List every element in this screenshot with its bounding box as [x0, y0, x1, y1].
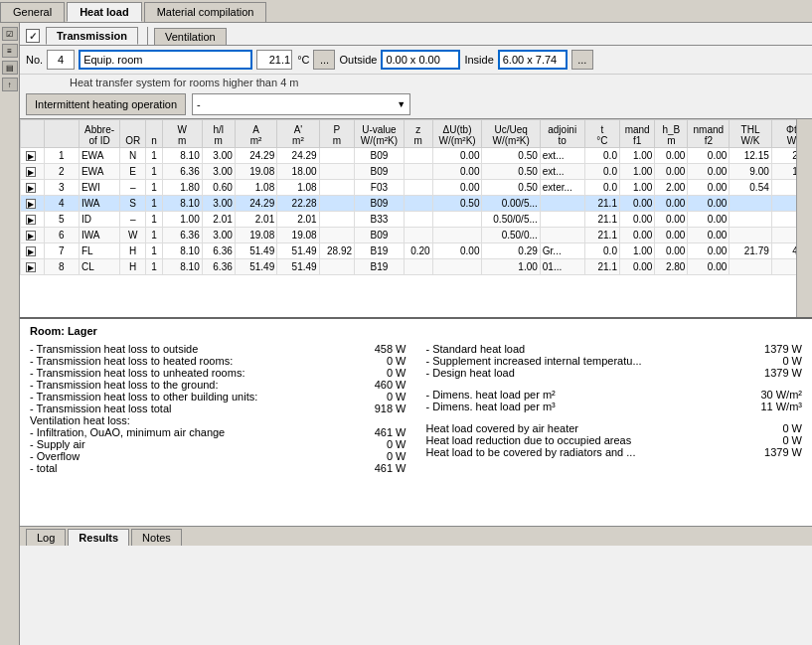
th-z: zm — [404, 120, 432, 148]
outside-input[interactable] — [381, 50, 460, 70]
summary-area: Room: Lager - Transmission heat loss to … — [20, 317, 812, 546]
summary-row: - total461 W — [30, 462, 406, 474]
summary-row: - Transmission heat loss to heated rooms… — [30, 355, 406, 367]
sidebar-icon-3[interactable]: ▤ — [2, 61, 18, 75]
expand-icon[interactable]: ▶ — [26, 246, 36, 256]
tab-results[interactable]: Results — [68, 529, 129, 546]
tab-general[interactable]: General — [0, 2, 65, 22]
summary-value: 0 W — [742, 422, 802, 434]
table-cell: ▶ — [21, 259, 45, 275]
table-cell: – — [120, 212, 146, 228]
summary-row: - Transmission heat loss to outside458 W — [30, 343, 406, 355]
sidebar-icon-4[interactable]: ↑ — [2, 78, 18, 91]
table-cell: 19.08 — [277, 228, 319, 243]
summary-label: - Supplement increased internal temperat… — [426, 355, 743, 367]
sidebar-icon-2[interactable]: ≡ — [2, 44, 18, 58]
summary-value: 1379 W — [742, 343, 802, 355]
table-cell: 1 — [146, 243, 163, 259]
inside-input[interactable] — [498, 50, 568, 70]
table-cell: 0.54 — [730, 180, 771, 196]
expand-icon[interactable]: ▶ — [26, 199, 36, 209]
table-cell: ext... — [540, 164, 584, 180]
table-cell — [432, 228, 482, 243]
table-cell: 18.00 — [277, 164, 319, 180]
tab-notes[interactable]: Notes — [131, 529, 182, 546]
temp-dots-btn[interactable]: ... — [313, 50, 335, 70]
table-row[interactable]: ▶2EWAE16.363.0019.0818.00B090.000.50ext.… — [21, 164, 812, 180]
table-container[interactable]: Abbre-of ID OR n Wm h/lm Am² A'm² Pm U-v… — [20, 118, 812, 317]
intermittent-select[interactable]: - ▼ — [192, 93, 410, 115]
th-uval: U-valueW/(m²K) — [355, 120, 405, 148]
table-cell: B19 — [355, 243, 405, 259]
table-row[interactable]: ▶3EWI–11.800.601.081.08F030.000.50exter.… — [21, 180, 812, 196]
table-cell — [404, 212, 432, 228]
table-cell: 0.50/0... — [482, 228, 540, 243]
table-cell: 1.00 — [619, 164, 654, 180]
expand-icon[interactable]: ▶ — [26, 151, 36, 161]
table-cell: 1.08 — [235, 180, 276, 196]
table-cell: W — [120, 228, 146, 243]
inside-dots-btn[interactable]: ... — [571, 50, 593, 70]
table-cell: 1.80 — [162, 180, 202, 196]
expand-icon[interactable]: ▶ — [26, 215, 36, 225]
transmission-checkbox[interactable]: ✓ — [26, 29, 40, 43]
table-cell: 51.49 — [277, 259, 319, 275]
table-row[interactable]: ▶7FLH18.106.3651.4951.4928.92B190.200.00… — [21, 243, 812, 259]
summary-label: - Transmission heat loss to heated rooms… — [30, 355, 347, 367]
table-cell — [404, 180, 432, 196]
table-cell: 1.00 — [619, 180, 654, 196]
table-cell: B19 — [355, 259, 405, 275]
expand-icon[interactable]: ▶ — [26, 231, 36, 241]
th-thl: THLW/K — [730, 120, 771, 148]
summary-row: - Transmission heat loss total918 W — [30, 403, 406, 414]
sidebar-icon-1[interactable]: ☑ — [2, 27, 18, 41]
th-t: t°C — [584, 120, 619, 148]
table-cell: 01... — [540, 259, 584, 275]
intermittent-btn[interactable]: Intermittent heating operation — [26, 93, 186, 115]
tab-log[interactable]: Log — [26, 529, 66, 546]
table-row[interactable]: ▶6IWAW16.363.0019.0819.08B090.50/0...21.… — [21, 228, 812, 243]
no-input[interactable] — [47, 50, 75, 70]
th-ap: A'm² — [277, 120, 319, 148]
tab-transmission[interactable]: Transmission — [46, 27, 138, 45]
th-hl: h/lm — [202, 120, 235, 148]
th-f2: nmandf2 — [688, 120, 730, 148]
table-cell: 1.00 — [482, 259, 540, 275]
table-cell: 21.1 — [584, 228, 619, 243]
tab-ventilation[interactable]: Ventilation — [154, 28, 227, 45]
table-cell — [432, 212, 482, 228]
bottom-tab-bar: Log Results Notes — [20, 526, 812, 546]
table-cell: 24.29 — [235, 196, 276, 212]
equip-room-input[interactable] — [79, 50, 252, 70]
expand-icon[interactable]: ▶ — [26, 262, 36, 272]
table-cell — [319, 212, 354, 228]
summary-label: - Dimens. heat load per m³ — [426, 401, 743, 412]
tab-material[interactable]: Material compilation — [144, 2, 267, 22]
main-area: ☑ ≡ ▤ ↑ ✓ Transmission Ventilation No. °… — [0, 23, 812, 645]
table-cell — [404, 164, 432, 180]
tab-heatload[interactable]: Heat load — [67, 2, 142, 22]
table-scrollbar[interactable] — [796, 119, 812, 317]
table-cell: 2.01 — [202, 212, 235, 228]
table-row[interactable]: ▶4IWAS18.103.0024.2922.28B090.500.00/5..… — [21, 196, 812, 212]
th-w: Wm — [162, 120, 202, 148]
table-cell: 0.00 — [688, 180, 730, 196]
temp-input[interactable] — [256, 50, 292, 70]
table-row[interactable]: ▶1EWAN18.103.0024.2924.29B090.000.50ext.… — [21, 148, 812, 164]
summary-label: - Transmission heat loss to the ground: — [30, 379, 347, 391]
table-cell: 0.00 — [655, 148, 688, 164]
room-title: Room: Lager — [30, 325, 406, 337]
table-cell: 8 — [44, 259, 79, 275]
summary-value: 460 W — [347, 379, 406, 391]
table-row[interactable]: ▶8CLH18.106.3651.4951.49B191.0001...21.1… — [21, 259, 812, 275]
table-cell — [432, 259, 482, 275]
expand-icon[interactable]: ▶ — [26, 183, 36, 193]
table-row[interactable]: ▶5ID–11.002.012.012.01B330.50/0/5...21.1… — [21, 212, 812, 228]
summary-label: - Infiltration, OuAO, minimum air change — [30, 426, 347, 438]
table-cell: 8.10 — [162, 243, 202, 259]
content-area: ✓ Transmission Ventilation No. °C ... Ou… — [20, 23, 812, 645]
expand-icon[interactable]: ▶ — [26, 167, 36, 177]
table-cell: S — [120, 196, 146, 212]
table-cell: 51.49 — [235, 243, 276, 259]
summary-value: 458 W — [347, 343, 406, 355]
